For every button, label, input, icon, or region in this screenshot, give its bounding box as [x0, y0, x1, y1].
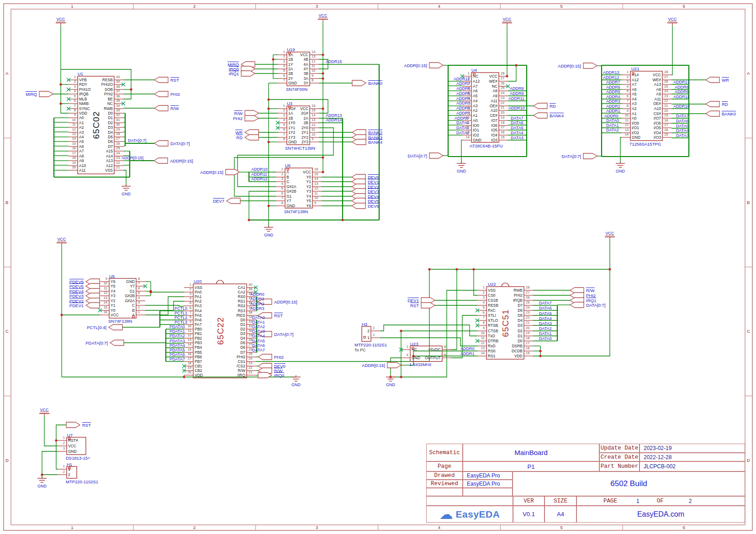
wire[interactable]: [474, 269, 477, 295]
of-word: OF: [657, 498, 664, 504]
wire[interactable]: [671, 26, 672, 75]
wire[interactable]: [461, 140, 462, 163]
ic-U23-body[interactable]: [410, 346, 442, 361]
wire[interactable]: [380, 325, 477, 336]
wire[interactable]: [533, 240, 610, 356]
port-data-0-7-[interactable]: [570, 302, 584, 308]
ic-U22-body[interactable]: [486, 287, 524, 359]
wire[interactable]: [145, 305, 184, 306]
titleblock-project-title[interactable]: 6502 Build: [513, 471, 745, 496]
port-phi2[interactable]: [154, 91, 168, 97]
port-data-0-7-[interactable]: [429, 153, 443, 158]
port-phi2[interactable]: [245, 115, 259, 121]
wire[interactable]: [145, 297, 184, 315]
port-dev7[interactable]: [227, 198, 240, 204]
junction-dot: [272, 58, 274, 60]
wire[interactable]: [507, 26, 508, 76]
wire[interactable]: [56, 425, 66, 469]
port-r-w[interactable]: [245, 110, 259, 116]
port-data-0-7-[interactable]: [583, 153, 597, 159]
titleblock-update-date[interactable]: 2023-02-19: [640, 444, 745, 453]
titleblock-reviewed-value[interactable]: EasyEDA Pro: [463, 480, 513, 488]
wire[interactable]: [451, 315, 477, 358]
junction-dot: [472, 268, 475, 270]
port-wr[interactable]: [245, 130, 259, 135]
port-bank4[interactable]: [534, 113, 547, 118]
port-phi2[interactable]: [570, 293, 584, 298]
port-rd[interactable]: [706, 101, 719, 107]
wire[interactable]: [145, 301, 184, 310]
ic-U21-body[interactable]: [630, 71, 662, 141]
junction-dot: [55, 439, 57, 441]
port-dev1[interactable]: [352, 179, 365, 184]
wire[interactable]: [620, 137, 621, 163]
ic-U3-body[interactable]: [287, 106, 310, 145]
page-num: 1: [636, 498, 640, 504]
port-bank4[interactable]: [352, 139, 366, 145]
port-bank0[interactable]: [352, 80, 366, 86]
titleblock-size-value[interactable]: A4: [545, 506, 576, 523]
easyeda-logo[interactable]: ☁ EasyEDA: [426, 506, 513, 523]
ic-U5-body[interactable]: [109, 278, 136, 318]
titleblock-create-date[interactable]: 2022-12-28: [640, 453, 745, 461]
port-addr-0-15-[interactable]: [258, 299, 272, 304]
port-dev1[interactable]: [421, 298, 435, 303]
titleblock-ver-value[interactable]: V0.1: [513, 506, 545, 523]
ic-U1-body[interactable]: [78, 76, 114, 174]
titleblock-ver-label: VER: [513, 496, 545, 506]
port-rst[interactable]: [154, 77, 168, 83]
titleblock-part-number[interactable]: JLCPCB-002: [640, 461, 745, 471]
wire[interactable]: [42, 451, 58, 478]
port-rst[interactable]: [421, 303, 435, 308]
port-bank2[interactable]: [352, 130, 366, 135]
port-addr-0-15-[interactable]: [154, 158, 168, 163]
port-wr[interactable]: [706, 77, 719, 83]
port-pdev1[interactable]: [86, 303, 100, 308]
junction-dot: [322, 171, 324, 173]
port-bank0[interactable]: [706, 111, 719, 116]
port-data-0-7-[interactable]: [154, 141, 168, 146]
schematic-canvas: 112233445566AABBCCDDVPB1RDY2PHI1O3IRQB4M…: [0, 0, 756, 534]
port-data-0-7-[interactable]: [258, 331, 272, 337]
titleblock-reviewed-label: Reviewed: [426, 480, 463, 488]
port-addr-0-15-[interactable]: [583, 63, 597, 68]
wire[interactable]: [391, 290, 477, 377]
wire[interactable]: [380, 338, 477, 346]
ic-H3-body[interactable]: [362, 326, 371, 341]
port-addr-0-15-[interactable]: [387, 362, 401, 368]
port-rst[interactable]: [258, 313, 272, 318]
ic-U6-body[interactable]: [285, 168, 312, 208]
wire[interactable]: [123, 170, 126, 186]
port-pdev5[interactable]: [86, 283, 100, 289]
junction-dot: [59, 102, 62, 105]
port-rd[interactable]: [534, 103, 547, 109]
wire[interactable]: [44, 416, 58, 446]
wire[interactable]: [508, 65, 516, 81]
titleblock-drawed-value[interactable]: EasyEDA Pro: [463, 471, 513, 480]
port-irq1[interactable]: [241, 71, 255, 76]
junction-dot: [322, 156, 324, 158]
port-rst[interactable]: [66, 422, 80, 428]
titleblock-site[interactable]: EasyEDA.com: [576, 506, 745, 523]
ic-U7-body[interactable]: [67, 437, 86, 455]
titleblock-page-value[interactable]: P1: [463, 461, 599, 471]
ic-U20-body[interactable]: [193, 284, 247, 378]
titleblock-schematic-value[interactable]: MainBoard: [463, 444, 599, 461]
port-dev3[interactable]: [352, 188, 365, 194]
ic-U19-body[interactable]: [287, 52, 310, 86]
port-addr-0-15-[interactable]: [429, 63, 443, 68]
port-dev5[interactable]: [352, 198, 365, 204]
port-r-w[interactable]: [154, 105, 168, 111]
port-dev6[interactable]: [352, 203, 365, 209]
port-pdev3[interactable]: [86, 293, 100, 298]
wire[interactable]: [256, 269, 429, 361]
port-rd[interactable]: [245, 135, 259, 140]
port-mirq[interactable]: [39, 91, 53, 97]
port-pdata-0-7-[interactable]: [110, 340, 124, 346]
port-pctl-0-4-[interactable]: [109, 325, 122, 330]
junction-dot: [400, 330, 402, 332]
port-r-w[interactable]: [570, 288, 584, 293]
port-phi2[interactable]: [258, 354, 272, 360]
ic-U4-body[interactable]: [471, 73, 499, 142]
titleblock-size-label: SIZE: [545, 496, 576, 506]
